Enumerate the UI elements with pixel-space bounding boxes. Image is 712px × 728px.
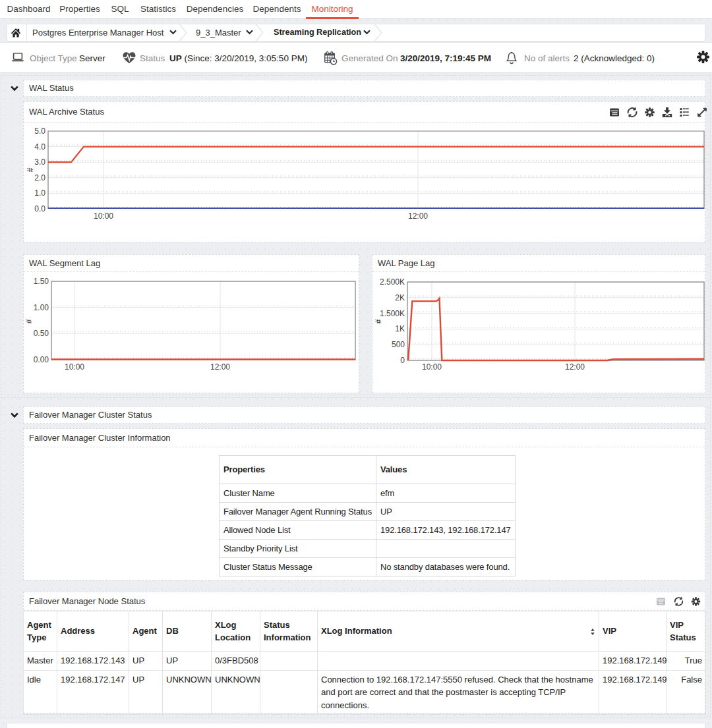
svg-text:10:00: 10:00	[422, 362, 442, 372]
svg-text:1K: 1K	[395, 324, 405, 333]
svg-text:#: #	[26, 167, 35, 172]
svg-text:12:00: 12:00	[408, 211, 428, 221]
svg-text:1.00: 1.00	[34, 303, 49, 312]
svg-text:1.0: 1.0	[34, 188, 45, 198]
svg-text:#: #	[24, 319, 34, 323]
svg-text:1.500K: 1.500K	[380, 309, 405, 318]
svg-text:0.00: 0.00	[34, 355, 49, 364]
svg-text:0.50: 0.50	[34, 329, 49, 338]
svg-text:12:00: 12:00	[565, 362, 585, 372]
svg-text:#: #	[374, 319, 383, 323]
svg-text:4.0: 4.0	[34, 142, 45, 152]
svg-text:0.0: 0.0	[34, 204, 45, 213]
svg-text:12:00: 12:00	[210, 362, 230, 372]
svg-text:10:00: 10:00	[94, 211, 113, 221]
svg-text:2K: 2K	[395, 293, 405, 302]
svg-text:500: 500	[392, 340, 405, 349]
svg-text:5.0: 5.0	[34, 126, 45, 136]
svg-text:1.50: 1.50	[34, 277, 49, 286]
svg-text:0: 0	[400, 356, 405, 365]
svg-text:2.0: 2.0	[34, 173, 45, 182]
svg-text:3.0: 3.0	[34, 157, 45, 167]
svg-text:2.500K: 2.500K	[380, 277, 405, 287]
svg-text:10:00: 10:00	[65, 362, 84, 372]
